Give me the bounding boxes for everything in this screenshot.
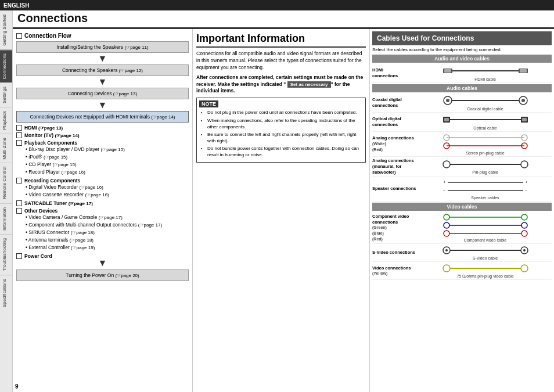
cable-visual-hdmi: HDMI cable (419, 65, 552, 81)
sub-ipod: • iPod® (☞page 15) (16, 153, 189, 161)
checkbox-icon (16, 200, 22, 206)
note-item-1: Do not plug in the power cord until all … (207, 109, 363, 116)
sub-antenna: • Antenna terminals (☞page 18) (16, 236, 189, 244)
sub-component: • Component with Multi-channel Output co… (16, 221, 189, 229)
sub-cd: • CD Player (☞page 15) (16, 161, 189, 168)
svg-point-6 (446, 99, 449, 102)
flow-arrow-1: ▼ (16, 55, 189, 63)
section-playback: Playback Components (16, 140, 189, 146)
sidebar-item-multizone[interactable]: Multi-Zone (0, 134, 12, 163)
page-title-bar: Connections (13, 10, 554, 29)
checkbox-icon (16, 33, 22, 39)
sidebar-item-specifications[interactable]: Specifications (0, 275, 12, 311)
flow-box-1: Installing/Setting the Speakers (☞page 1… (16, 41, 189, 53)
cable-visual-video: 75 Ω/ohms pin-plug video cable (419, 263, 552, 278)
svg-rect-14 (522, 118, 527, 121)
set-as-necessary-badge: Set as necessary (287, 81, 331, 88)
cables-title: Cables Used for Connections (372, 31, 552, 45)
flow-box-final: Turning the Power On (☞page 20) (16, 269, 189, 281)
cable-row-hdmi: HDMIconnections HDMI cable (372, 64, 552, 83)
svg-text:−: − (443, 188, 446, 193)
connection-flow-title: Connection Flow (16, 33, 189, 39)
checkbox-icon (16, 140, 22, 146)
cable-label-optical: Optical digital connections (372, 116, 419, 128)
sidebar-item-settings[interactable]: Settings (0, 82, 12, 107)
svg-text:+: + (525, 179, 528, 185)
flow-arrow-3: ▼ (16, 101, 189, 109)
left-panel: Connection Flow Installing/Setting the S… (13, 29, 193, 392)
checkbox-icon (16, 253, 22, 259)
note-item-3: Be sure to connect the left and right ch… (207, 131, 363, 144)
cable-label-svideo: S-Video connections (372, 250, 419, 256)
sub-bluray: • Blu-ray Disc player / DVD player (☞pag… (16, 146, 189, 153)
checkbox-icon (16, 125, 22, 131)
svg-point-44 (443, 265, 450, 272)
sidebar-item-remote-control[interactable]: Remote Control (0, 163, 12, 203)
sidebar-item-troubleshooting[interactable]: Troubleshooting (0, 234, 12, 275)
settings-note: After connections are completed, certain… (196, 74, 366, 95)
cable-visual-optical: Optical cable (419, 114, 552, 130)
section-header-video: Video cables (372, 203, 552, 211)
middle-panel: Important Information Connections for al… (193, 29, 370, 392)
sub-sirius: • SIRIUS Connector (☞page 18) (16, 229, 189, 236)
cable-row-component: Component video connections (Green) (Blu… (372, 212, 552, 244)
main-content: Connections Connection Flow Installing/S… (13, 10, 554, 392)
right-panel: Cables Used for Connections Select the c… (370, 29, 554, 392)
flow-box-2: Connecting the Speakers (☞page 12) (16, 64, 189, 76)
svg-point-23 (521, 161, 528, 168)
sidebar-item-playback[interactable]: Playback (0, 107, 12, 133)
cable-label-hdmi: HDMIconnections (372, 67, 419, 79)
cable-row-mono: Analog connections (monaural, for subwoo… (372, 157, 552, 177)
section-other: Other Devices (16, 208, 189, 214)
cables-subtitle: Select the cables according to the equip… (372, 47, 552, 52)
sidebar-item-connections[interactable]: Connections (0, 49, 12, 82)
svg-point-32 (521, 214, 527, 220)
page-number: 9 (15, 383, 19, 390)
content-row: Connection Flow Installing/Setting the S… (13, 29, 554, 392)
sidebar-item-getting-started[interactable]: Getting Started (0, 10, 12, 49)
note-box: NOTE Do not plug in the power cord until… (196, 98, 366, 162)
svg-point-30 (444, 214, 449, 220)
flow-box-3: Connecting Devices (☞page 13) (16, 88, 189, 99)
note-item-4: Do not bundle power cords together with … (207, 145, 363, 158)
cable-row-coaxial: Coaxial digital connections Coaxial digi… (372, 93, 552, 113)
checkbox-icon (16, 132, 22, 138)
svg-text:+: + (443, 179, 446, 185)
svg-point-46 (521, 265, 528, 272)
cable-label-component: Component video connections (Green) (Blu… (372, 214, 419, 242)
section-monitor: Monitor (TV) (☞page 14) (16, 132, 189, 138)
section-sat: SAT/CABLE Tuner (☞page 17) (16, 200, 189, 206)
svg-point-36 (444, 231, 449, 236)
section-hdmi: HDMI (☞page 13) (16, 125, 189, 131)
sub-record: • Record Player (☞page 16) (16, 168, 189, 176)
section-recording: Recording Components (16, 178, 189, 184)
cable-visual-speaker: + + − − Speaker cables (419, 178, 552, 200)
cable-row-stereo: Analog connections (White) (Red) (372, 132, 552, 157)
cable-name-hdmi: HDMI cable (474, 77, 496, 81)
important-body-1: Connections for all compatible audio and… (196, 51, 366, 71)
checkbox-icon (16, 208, 22, 214)
cable-label-video: Video connections (Yellow) (372, 265, 419, 277)
svg-point-38 (521, 231, 527, 236)
svg-text:−: − (525, 188, 528, 193)
sub-camera: • Video Camera / Game Console (☞page 17) (16, 214, 189, 221)
svg-rect-11 (444, 118, 449, 121)
cable-row-optical: Optical digital connections Optical cabl… (372, 113, 552, 132)
cable-row-speaker: Speaker connections + + − − Speaker cabl… (372, 177, 552, 202)
cable-visual-coaxial: Coaxial digital cable (419, 95, 552, 111)
note-title: NOTE (199, 100, 218, 107)
sidebar-item-information[interactable]: Information (0, 203, 12, 234)
svg-point-40 (445, 249, 448, 251)
svg-rect-4 (520, 69, 527, 73)
cable-row-video: Video connections (Yellow) 75 Ω/ohms pin… (372, 262, 552, 280)
section-header-audio: Audio cables (372, 84, 552, 92)
checkbox-icon (16, 178, 22, 184)
sub-vcr: • Video Cassette Recorder (☞page 16) (16, 191, 189, 199)
sub-controller: • External Controller (☞page 19) (16, 244, 189, 251)
important-title: Important Information (196, 33, 366, 48)
cable-label-mono: Analog connections (monaural, for subwoo… (372, 158, 419, 175)
svg-point-35 (521, 222, 527, 228)
cable-label-coaxial: Coaxial digital connections (372, 97, 419, 109)
language-label: ENGLISH (3, 2, 29, 9)
flow-box-4: Connecting Devices not Equipped with HDM… (16, 111, 189, 123)
